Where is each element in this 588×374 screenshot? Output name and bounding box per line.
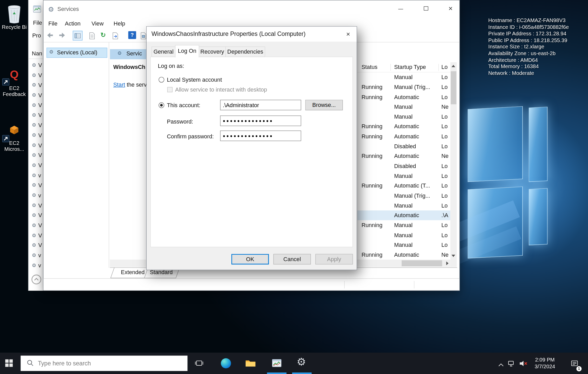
minimize-button[interactable] bbox=[392, 0, 409, 17]
bg-service-row[interactable]: ⚙ V bbox=[29, 221, 44, 231]
scroll-right-arrow[interactable] bbox=[446, 261, 449, 265]
start-button[interactable] bbox=[5, 359, 13, 369]
service-list-row[interactable]: Running Automatic (T... Lo bbox=[357, 181, 450, 191]
bg-service-row[interactable]: ⚙ V bbox=[29, 81, 44, 91]
dialog-close-button[interactable]: × bbox=[340, 27, 357, 42]
service-list-row[interactable]: Running Automatic Lo bbox=[357, 122, 450, 132]
task-view-button[interactable] bbox=[195, 360, 204, 368]
settings-gear-taskbar-icon[interactable]: ⚙ bbox=[297, 356, 306, 368]
local-system-label[interactable]: Local System account bbox=[167, 76, 222, 83]
bg-service-row[interactable]: ⚙ V bbox=[29, 231, 44, 241]
this-account-radio[interactable] bbox=[159, 102, 164, 108]
column-divider[interactable] bbox=[438, 64, 439, 71]
bg-service-row[interactable]: ⚙ V bbox=[29, 61, 44, 71]
bg-service-row[interactable]: ⚙ V bbox=[29, 141, 44, 151]
tab-general[interactable]: General bbox=[152, 47, 175, 57]
file-explorer-icon[interactable] bbox=[245, 359, 256, 369]
account-input[interactable] bbox=[220, 100, 301, 110]
service-list-row[interactable]: Running Automatic Lo bbox=[357, 92, 450, 102]
bg-service-row[interactable]: ⚙ v bbox=[29, 251, 44, 261]
service-list-row[interactable]: Automatic .\A bbox=[357, 210, 450, 220]
extra-doc-icon[interactable] bbox=[141, 32, 146, 41]
column-status[interactable]: Status bbox=[362, 64, 377, 70]
browse-button[interactable]: Browse... bbox=[305, 100, 343, 110]
export-list-icon[interactable] bbox=[113, 32, 119, 41]
cancel-button[interactable]: Cancel bbox=[273, 254, 311, 264]
properties-doc-icon[interactable] bbox=[89, 32, 95, 41]
service-list-row[interactable]: Disabled Lo bbox=[357, 161, 450, 171]
service-list-row[interactable]: Running Manual Lo bbox=[357, 220, 450, 230]
confirm-password-input[interactable] bbox=[220, 131, 301, 141]
taskbar-search[interactable] bbox=[21, 356, 187, 371]
close-button[interactable]: × bbox=[442, 0, 459, 17]
bg-service-row[interactable]: ⚙ V bbox=[29, 131, 44, 141]
column-divider[interactable] bbox=[390, 64, 391, 71]
this-account-label[interactable]: This account: bbox=[167, 102, 200, 108]
bg-service-row[interactable]: ⚙ v bbox=[29, 191, 44, 201]
service-list-row[interactable]: Running Automatic Lo bbox=[357, 132, 450, 141]
scroll-thumb[interactable] bbox=[451, 71, 456, 104]
service-list-row[interactable]: Manual Ne bbox=[357, 102, 450, 112]
bg-service-row[interactable]: ⚙ V bbox=[29, 241, 44, 251]
bg-service-row[interactable]: ⚙ v bbox=[29, 171, 44, 181]
ok-button[interactable]: OK bbox=[231, 254, 269, 264]
bg-service-row[interactable]: ⚙ v bbox=[29, 261, 44, 271]
password-input[interactable] bbox=[220, 115, 301, 126]
scroll-down-arrow[interactable] bbox=[452, 255, 455, 257]
menu-view[interactable]: View bbox=[92, 20, 104, 27]
menu-help[interactable]: Help bbox=[114, 20, 125, 27]
ec2-micros-icon[interactable]: EC2 Micros... bbox=[0, 125, 29, 152]
maximize-button[interactable] bbox=[418, 0, 435, 17]
bg-service-row[interactable]: ⚙ V bbox=[29, 91, 44, 101]
service-list-row[interactable]: Running Automatic Ne bbox=[357, 250, 450, 260]
search-input[interactable] bbox=[38, 356, 184, 371]
ec2-feedback-icon[interactable]: Q EC2 Feedback bbox=[0, 69, 29, 97]
menu-file[interactable]: File bbox=[48, 20, 57, 27]
tab-log-on[interactable]: Log On bbox=[175, 45, 199, 57]
service-list-row[interactable]: Manual Lo bbox=[357, 201, 450, 210]
scroll-thumb[interactable] bbox=[402, 260, 442, 266]
back-button[interactable] bbox=[46, 32, 54, 40]
recycle-bin-icon[interactable]: Recycle Bi bbox=[0, 4, 29, 30]
bg-service-row[interactable]: ⚙ V bbox=[29, 211, 44, 221]
bg-menu-file[interactable]: File bbox=[33, 20, 42, 26]
service-list-row[interactable]: Manual (Trig... Lo bbox=[357, 191, 450, 201]
service-list-row[interactable]: Manual Lo bbox=[357, 112, 450, 122]
tab-recovery[interactable]: Recovery bbox=[199, 47, 226, 57]
show-console-tree-button[interactable] bbox=[73, 31, 83, 40]
bg-service-row[interactable]: ⚙ V bbox=[29, 201, 44, 211]
tab-dependencies[interactable]: Dependencies bbox=[225, 47, 265, 57]
tree-item-services-local[interactable]: ⚙ Services (Local) bbox=[47, 48, 107, 58]
tray-expand-icon[interactable] bbox=[498, 362, 504, 368]
forward-button[interactable] bbox=[58, 32, 66, 40]
column-startup-type[interactable]: Startup Type bbox=[394, 64, 426, 70]
volume-muted-icon[interactable] bbox=[519, 360, 528, 369]
bg-service-row[interactable]: ⚙ V bbox=[29, 161, 44, 171]
bg-service-row[interactable]: ⚙ V bbox=[29, 181, 44, 191]
clock[interactable]: 2:09 PM 3/7/2024 bbox=[531, 356, 559, 370]
edge-icon[interactable] bbox=[221, 358, 231, 368]
network-icon[interactable] bbox=[508, 360, 515, 368]
help-icon[interactable]: ? bbox=[128, 31, 136, 39]
service-list-row[interactable]: Manual Lo bbox=[357, 72, 450, 82]
service-list-row[interactable]: Running Manual (Trig... Lo bbox=[357, 82, 450, 92]
refresh-icon[interactable]: ↻ bbox=[101, 31, 106, 39]
collapse-chevron-button[interactable] bbox=[31, 275, 41, 284]
bg-toolbar-label[interactable]: Pro bbox=[32, 32, 41, 39]
interact-desktop-checkbox[interactable] bbox=[167, 87, 172, 92]
vertical-scrollbar[interactable] bbox=[450, 62, 457, 260]
tab-extended[interactable]: Extended bbox=[117, 269, 149, 275]
scroll-up-arrow[interactable] bbox=[452, 65, 455, 67]
local-system-radio[interactable] bbox=[159, 77, 164, 83]
bg-service-row[interactable]: ⚙ V bbox=[29, 71, 44, 81]
menu-action[interactable]: Action bbox=[65, 20, 81, 27]
service-list-row[interactable]: Manual Lo bbox=[357, 240, 450, 250]
service-list-row[interactable]: Manual Lo bbox=[357, 171, 450, 181]
service-list-row[interactable]: Running Automatic Ne bbox=[357, 151, 450, 161]
bg-service-row[interactable]: ⚙ V bbox=[29, 101, 44, 111]
services-console-taskbar-icon[interactable] bbox=[272, 359, 282, 369]
bg-service-row[interactable]: ⚙ V bbox=[29, 151, 44, 161]
start-service-link[interactable]: Start bbox=[113, 81, 125, 88]
service-list-row[interactable]: Manual Lo bbox=[357, 230, 450, 240]
column-log-on-as[interactable]: Lo bbox=[441, 64, 448, 70]
